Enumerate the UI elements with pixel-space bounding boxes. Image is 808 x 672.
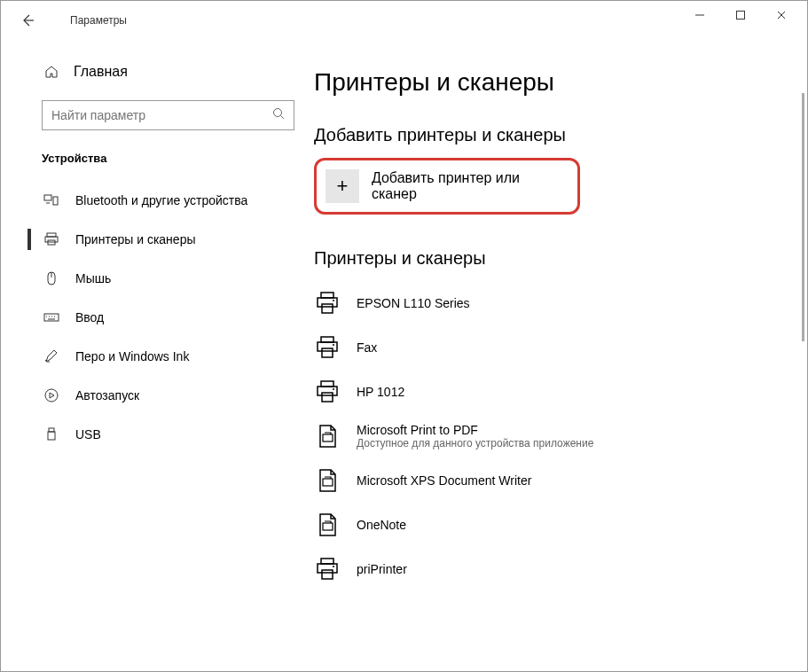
printer-name: OneNote <box>357 518 406 532</box>
printer-device-icon <box>314 334 341 361</box>
printer-item[interactable]: OneNote <box>314 503 772 547</box>
printer-name: HP 1012 <box>357 385 404 399</box>
svg-rect-12 <box>321 293 333 298</box>
printer-item[interactable]: Microsoft XPS Document Writer <box>314 458 772 503</box>
svg-rect-14 <box>322 304 333 313</box>
svg-rect-26 <box>323 523 333 530</box>
svg-point-30 <box>333 566 334 567</box>
printer-device-icon <box>314 379 341 405</box>
printer-item[interactable]: EPSON L110 Series <box>314 281 772 325</box>
printers-section-title: Принтеры и сканеры <box>314 248 772 269</box>
sidebar-item-label: USB <box>75 427 101 441</box>
scrollbar-thumb[interactable] <box>802 93 804 341</box>
svg-rect-13 <box>318 298 337 307</box>
close-button[interactable] <box>761 1 802 29</box>
pen-icon <box>43 348 59 364</box>
printer-item[interactable]: priPrinter <box>314 547 772 591</box>
sidebar-item-typing[interactable]: Ввод <box>1 298 307 337</box>
svg-point-23 <box>333 388 334 390</box>
svg-point-9 <box>45 389 58 402</box>
search-icon <box>272 107 285 123</box>
svg-rect-29 <box>322 570 333 579</box>
usb-icon <box>43 426 59 442</box>
svg-rect-0 <box>737 12 745 20</box>
home-icon <box>43 65 59 79</box>
keyboard-icon <box>43 309 59 325</box>
printer-sub: Доступное для данного устройства приложе… <box>357 437 593 449</box>
svg-rect-10 <box>49 428 54 432</box>
svg-rect-22 <box>322 393 333 402</box>
svg-rect-2 <box>44 195 51 200</box>
printer-item[interactable]: HP 1012 <box>314 370 772 414</box>
svg-point-1 <box>274 109 282 117</box>
printer-name: EPSON L110 Series <box>357 296 470 310</box>
printer-name: priPrinter <box>357 562 407 576</box>
add-printer-highlight: + Добавить принтер или сканер <box>314 158 580 215</box>
add-printer-button[interactable]: + Добавить принтер или сканер <box>326 169 569 203</box>
printer-name: Fax <box>357 340 377 355</box>
printer-device-icon <box>314 556 341 582</box>
svg-rect-27 <box>321 559 333 564</box>
add-section-title: Добавить принтеры и сканеры <box>314 125 772 145</box>
sidebar-home-label: Главная <box>74 64 128 80</box>
sidebar-category: Устройства <box>1 146 307 181</box>
plus-icon: + <box>326 169 359 203</box>
sidebar-item-printers[interactable]: Принтеры и сканеры <box>1 220 307 259</box>
printer-icon <box>43 231 59 247</box>
sidebar-item-label: Мышь <box>75 271 111 285</box>
window-title: Параметры <box>70 14 127 27</box>
document-icon <box>314 467 341 494</box>
svg-rect-4 <box>47 233 56 237</box>
printer-device-icon <box>314 290 341 316</box>
svg-rect-11 <box>48 432 55 440</box>
sidebar-item-label: Принтеры и сканеры <box>75 232 195 246</box>
search-box[interactable] <box>42 100 294 130</box>
svg-rect-5 <box>45 237 58 242</box>
svg-point-19 <box>333 344 334 346</box>
main-content: Принтеры и сканеры Добавить принтеры и с… <box>307 40 807 671</box>
svg-rect-20 <box>321 381 333 387</box>
sidebar-item-label: Автозапуск <box>75 388 139 402</box>
sidebar-item-autoplay[interactable]: Автозапуск <box>1 376 307 415</box>
search-input[interactable] <box>51 108 272 122</box>
document-icon <box>314 423 341 449</box>
minimize-button[interactable] <box>679 1 720 29</box>
printer-item[interactable]: Microsoft Print to PDF Доступное для дан… <box>314 414 772 458</box>
sidebar-home[interactable]: Главная <box>1 54 307 90</box>
maximize-button[interactable] <box>720 1 761 29</box>
printer-item[interactable]: Fax <box>314 325 772 370</box>
back-button[interactable] <box>10 3 45 38</box>
sidebar-item-bluetooth[interactable]: Bluetooth и другие устройства <box>1 181 307 220</box>
devices-icon <box>43 192 59 208</box>
svg-rect-3 <box>53 197 58 205</box>
sidebar-item-label: Bluetooth и другие устройства <box>75 193 247 207</box>
sidebar-item-mouse[interactable]: Мышь <box>1 259 307 298</box>
mouse-icon <box>43 270 59 286</box>
svg-rect-17 <box>318 342 337 351</box>
document-icon <box>314 512 341 538</box>
svg-rect-21 <box>318 387 337 395</box>
svg-rect-18 <box>322 348 333 357</box>
svg-rect-8 <box>44 314 59 321</box>
autoplay-icon <box>43 387 59 403</box>
sidebar-item-label: Перо и Windows Ink <box>75 349 189 363</box>
sidebar-item-pen[interactable]: Перо и Windows Ink <box>1 337 307 376</box>
svg-rect-25 <box>323 479 333 486</box>
page-title: Принтеры и сканеры <box>314 68 772 97</box>
svg-rect-16 <box>321 337 333 342</box>
printer-name: Microsoft Print to PDF <box>357 423 593 437</box>
add-printer-label: Добавить принтер или сканер <box>372 170 569 202</box>
scrollbar[interactable] <box>794 40 806 669</box>
svg-point-15 <box>333 300 334 301</box>
svg-rect-24 <box>323 434 333 441</box>
sidebar-item-label: Ввод <box>75 310 104 324</box>
sidebar-item-usb[interactable]: USB <box>1 415 307 454</box>
printer-name: Microsoft XPS Document Writer <box>357 473 531 488</box>
sidebar: Главная Устройства Bluetooth и другие ус… <box>1 40 307 671</box>
svg-rect-28 <box>318 564 337 573</box>
